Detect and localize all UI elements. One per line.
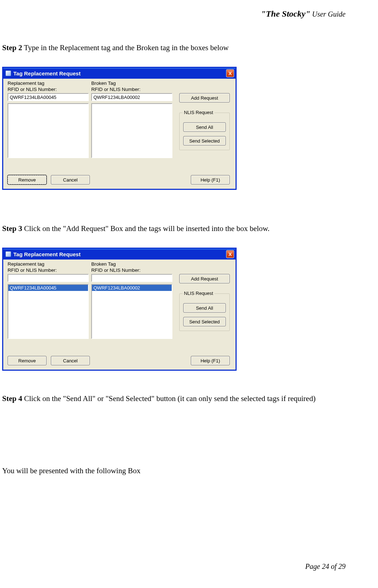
step-4-label: Step 4 — [2, 394, 22, 403]
send-all-button[interactable]: Send All — [183, 303, 226, 313]
close-icon[interactable]: X — [226, 69, 234, 77]
replacement-group: Replacement tag RFID or NLIS Number: QWR… — [8, 261, 89, 339]
nlis-legend: NLIS Request — [183, 291, 215, 296]
broken-label-2: RFID or NLIS Number: — [91, 267, 172, 273]
app-icon — [5, 251, 11, 257]
nlis-request-group: NLIS Request Send All Send Selected — [179, 293, 230, 331]
step-3-text: Click on the "Add Request" Box and the t… — [22, 224, 269, 233]
broken-listbox[interactable] — [91, 103, 172, 158]
broken-label-1: Broken Tag — [91, 261, 172, 267]
remove-button[interactable]: Remove — [8, 356, 47, 365]
nlis-request-group: NLIS Request Send All Send Selected — [179, 113, 230, 150]
add-request-button[interactable]: Add Request — [179, 274, 230, 283]
page-footer: Page 24 of 29 — [305, 562, 346, 571]
step-2-label: Step 2 — [2, 43, 22, 52]
list-item[interactable]: QWRF1234LBA00002 — [92, 285, 172, 291]
header-subtitle: User Guide — [310, 10, 346, 18]
replacement-label-2: RFID or NLIS Number: — [8, 267, 89, 273]
step-3-line: Step 3 Click on the "Add Request" Box an… — [2, 224, 378, 233]
brand-name: "The Stocky" — [261, 9, 311, 18]
remove-button[interactable]: Remove — [8, 175, 47, 184]
step-2-line: Step 2 Type in the Replacement tag and t… — [2, 43, 378, 52]
right-button-column: Add Request NLIS Request Send All Send S… — [179, 93, 230, 150]
broken-group: Broken Tag RFID or NLIS Number: QWRF1234… — [91, 261, 172, 339]
cancel-button[interactable]: Cancel — [51, 175, 90, 184]
window-title: Tag Replacement Request — [13, 70, 224, 77]
replacement-listbox[interactable]: QWRF1234LBA00045 — [8, 284, 89, 339]
window-title: Tag Replacement Request — [13, 251, 224, 257]
bottom-button-row: Remove Cancel Help (F1) — [8, 356, 230, 365]
bottom-button-row: Remove Cancel Help (F1) — [8, 175, 230, 184]
send-all-button[interactable]: Send All — [183, 122, 226, 132]
titlebar[interactable]: Tag Replacement Request X — [3, 68, 236, 79]
titlebar[interactable]: Tag Replacement Request X — [3, 249, 236, 260]
replacement-input[interactable] — [8, 274, 89, 282]
send-selected-button[interactable]: Send Selected — [183, 136, 226, 145]
broken-listbox[interactable]: QWRF1234LBA00002 — [91, 284, 172, 339]
cancel-button[interactable]: Cancel — [51, 356, 90, 365]
replacement-input[interactable] — [8, 93, 89, 101]
broken-input[interactable] — [91, 93, 172, 101]
right-button-column: Add Request NLIS Request Send All Send S… — [179, 274, 230, 331]
close-icon[interactable]: X — [226, 250, 234, 258]
broken-label-2: RFID or NLIS Number: — [91, 86, 172, 92]
step-4-line: Step 4 Click on the "Send All" or "Send … — [2, 394, 378, 403]
nlis-legend: NLIS Request — [183, 110, 215, 115]
dialog-body: Replacement tag RFID or NLIS Number: QWR… — [3, 260, 236, 370]
help-button[interactable]: Help (F1) — [191, 356, 230, 365]
broken-input[interactable] — [91, 274, 172, 282]
step-3-label: Step 3 — [2, 224, 22, 233]
page-header: "The Stocky" User Guide — [261, 9, 346, 19]
replacement-label-1: Replacement tag — [8, 80, 89, 86]
list-item[interactable]: QWRF1234LBA00045 — [8, 285, 88, 291]
broken-label-1: Broken Tag — [91, 80, 172, 86]
dialog-window-2: Tag Replacement Request X Replacement ta… — [2, 248, 237, 371]
send-selected-button[interactable]: Send Selected — [183, 317, 226, 326]
replacement-group: Replacement tag RFID or NLIS Number: — [8, 80, 89, 158]
dialog-body: Replacement tag RFID or NLIS Number: Bro… — [3, 79, 236, 189]
dialog-window-1: Tag Replacement Request X Replacement ta… — [2, 67, 237, 190]
replacement-label-2: RFID or NLIS Number: — [8, 86, 89, 92]
step-2-text: Type in the Replacement tag and the Brok… — [22, 43, 229, 52]
step-4-text: Click on the "Send All" or "Send Selecte… — [22, 394, 315, 403]
replacement-label-1: Replacement tag — [8, 261, 89, 267]
broken-group: Broken Tag RFID or NLIS Number: — [91, 80, 172, 158]
replacement-listbox[interactable] — [8, 103, 89, 158]
app-icon — [5, 70, 11, 76]
add-request-button[interactable]: Add Request — [179, 93, 230, 103]
final-line: You will be presented with the following… — [2, 466, 378, 475]
help-button[interactable]: Help (F1) — [191, 175, 230, 184]
